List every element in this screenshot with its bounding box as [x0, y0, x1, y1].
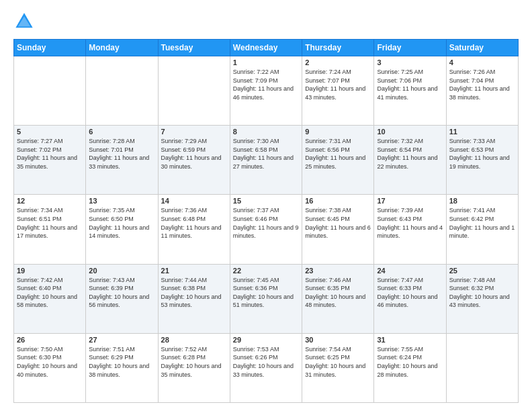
- day-number: 1: [233, 58, 299, 66]
- cell-content: Sunrise: 7:54 AM Sunset: 6:25 PM Dayligh…: [305, 345, 371, 379]
- cell-content: Sunrise: 7:39 AM Sunset: 6:43 PM Dayligh…: [377, 206, 443, 240]
- calendar-cell: 30Sunrise: 7:54 AM Sunset: 6:25 PM Dayli…: [302, 333, 374, 402]
- calendar-cell: 27Sunrise: 7:51 AM Sunset: 6:29 PM Dayli…: [86, 333, 158, 402]
- calendar-cell: 15Sunrise: 7:37 AM Sunset: 6:46 PM Dayli…: [230, 195, 302, 264]
- day-number: 27: [89, 336, 154, 344]
- cell-content: Sunrise: 7:50 AM Sunset: 6:30 PM Dayligh…: [17, 345, 83, 379]
- day-number: 30: [305, 336, 371, 344]
- day-number: 23: [305, 267, 371, 275]
- day-number: 21: [161, 267, 227, 275]
- weekday-header-friday: Friday: [374, 40, 446, 56]
- cell-content: Sunrise: 7:43 AM Sunset: 6:39 PM Dayligh…: [89, 276, 154, 310]
- day-number: 26: [17, 336, 83, 344]
- calendar-cell: 28Sunrise: 7:52 AM Sunset: 6:28 PM Dayli…: [158, 333, 230, 402]
- calendar-cell: 21Sunrise: 7:44 AM Sunset: 6:38 PM Dayli…: [158, 264, 230, 333]
- calendar-cell: 29Sunrise: 7:53 AM Sunset: 6:26 PM Dayli…: [230, 333, 302, 402]
- calendar-cell: 3Sunrise: 7:25 AM Sunset: 7:06 PM Daylig…: [374, 56, 446, 126]
- calendar-cell: 20Sunrise: 7:43 AM Sunset: 6:39 PM Dayli…: [86, 264, 158, 333]
- day-number: 2: [305, 58, 371, 66]
- day-number: 25: [449, 267, 515, 275]
- day-number: 22: [233, 267, 299, 275]
- cell-content: Sunrise: 7:45 AM Sunset: 6:36 PM Dayligh…: [233, 276, 299, 310]
- weekday-header-wednesday: Wednesday: [230, 40, 302, 56]
- week-row-2: 5Sunrise: 7:27 AM Sunset: 7:02 PM Daylig…: [14, 126, 519, 195]
- calendar-cell: 11Sunrise: 7:33 AM Sunset: 6:53 PM Dayli…: [446, 126, 518, 195]
- day-number: 6: [89, 128, 154, 136]
- weekday-header-saturday: Saturday: [446, 40, 518, 56]
- calendar-cell: 31Sunrise: 7:55 AM Sunset: 6:24 PM Dayli…: [374, 333, 446, 402]
- calendar-cell: 13Sunrise: 7:35 AM Sunset: 6:50 PM Dayli…: [86, 195, 158, 264]
- cell-content: Sunrise: 7:30 AM Sunset: 6:58 PM Dayligh…: [233, 137, 299, 171]
- cell-content: Sunrise: 7:29 AM Sunset: 6:59 PM Dayligh…: [161, 137, 227, 171]
- day-number: 15: [233, 197, 299, 205]
- week-row-4: 19Sunrise: 7:42 AM Sunset: 6:40 PM Dayli…: [14, 264, 519, 333]
- weekday-header-row: SundayMondayTuesdayWednesdayThursdayFrid…: [14, 40, 519, 56]
- day-number: 14: [161, 197, 227, 205]
- cell-content: Sunrise: 7:44 AM Sunset: 6:38 PM Dayligh…: [161, 276, 227, 310]
- cell-content: Sunrise: 7:27 AM Sunset: 7:02 PM Dayligh…: [17, 137, 83, 171]
- day-number: 7: [161, 128, 227, 136]
- cell-content: Sunrise: 7:52 AM Sunset: 6:28 PM Dayligh…: [161, 345, 227, 379]
- week-row-1: 1Sunrise: 7:22 AM Sunset: 7:09 PM Daylig…: [14, 56, 519, 126]
- cell-content: Sunrise: 7:33 AM Sunset: 6:53 PM Dayligh…: [449, 137, 515, 171]
- calendar-cell: 8Sunrise: 7:30 AM Sunset: 6:58 PM Daylig…: [230, 126, 302, 195]
- cell-content: Sunrise: 7:36 AM Sunset: 6:48 PM Dayligh…: [161, 206, 227, 240]
- cell-content: Sunrise: 7:25 AM Sunset: 7:06 PM Dayligh…: [377, 68, 443, 101]
- header: [13, 11, 519, 32]
- weekday-header-tuesday: Tuesday: [158, 40, 230, 56]
- calendar-cell: 26Sunrise: 7:50 AM Sunset: 6:30 PM Dayli…: [14, 333, 86, 402]
- calendar-cell: 1Sunrise: 7:22 AM Sunset: 7:09 PM Daylig…: [230, 56, 302, 126]
- weekday-header-monday: Monday: [86, 40, 158, 56]
- day-number: 10: [377, 128, 443, 136]
- day-number: 28: [161, 336, 227, 344]
- weekday-header-thursday: Thursday: [302, 40, 374, 56]
- cell-content: Sunrise: 7:47 AM Sunset: 6:33 PM Dayligh…: [377, 276, 443, 310]
- day-number: 31: [377, 336, 443, 344]
- cell-content: Sunrise: 7:38 AM Sunset: 6:45 PM Dayligh…: [305, 206, 371, 240]
- day-number: 29: [233, 336, 299, 344]
- day-number: 11: [449, 128, 515, 136]
- page: SundayMondayTuesdayWednesdayThursdayFrid…: [0, 0, 532, 411]
- cell-content: Sunrise: 7:28 AM Sunset: 7:01 PM Dayligh…: [89, 137, 154, 171]
- calendar-cell: 24Sunrise: 7:47 AM Sunset: 6:33 PM Dayli…: [374, 264, 446, 333]
- cell-content: Sunrise: 7:51 AM Sunset: 6:29 PM Dayligh…: [89, 345, 154, 379]
- calendar: SundayMondayTuesdayWednesdayThursdayFrid…: [13, 39, 519, 403]
- day-number: 20: [89, 267, 154, 275]
- week-row-3: 12Sunrise: 7:34 AM Sunset: 6:51 PM Dayli…: [14, 195, 519, 264]
- calendar-cell: 22Sunrise: 7:45 AM Sunset: 6:36 PM Dayli…: [230, 264, 302, 333]
- cell-content: Sunrise: 7:46 AM Sunset: 6:35 PM Dayligh…: [305, 276, 371, 310]
- day-number: 17: [377, 197, 443, 205]
- calendar-cell: 2Sunrise: 7:24 AM Sunset: 7:07 PM Daylig…: [302, 56, 374, 126]
- logo: [13, 11, 38, 32]
- day-number: 8: [233, 128, 299, 136]
- calendar-cell: 17Sunrise: 7:39 AM Sunset: 6:43 PM Dayli…: [374, 195, 446, 264]
- day-number: 19: [17, 267, 83, 275]
- week-row-5: 26Sunrise: 7:50 AM Sunset: 6:30 PM Dayli…: [14, 333, 519, 402]
- cell-content: Sunrise: 7:22 AM Sunset: 7:09 PM Dayligh…: [233, 68, 299, 101]
- cell-content: Sunrise: 7:26 AM Sunset: 7:04 PM Dayligh…: [449, 68, 515, 101]
- day-number: 3: [377, 58, 443, 66]
- calendar-cell: 14Sunrise: 7:36 AM Sunset: 6:48 PM Dayli…: [158, 195, 230, 264]
- cell-content: Sunrise: 7:48 AM Sunset: 6:32 PM Dayligh…: [449, 276, 515, 310]
- cell-content: Sunrise: 7:34 AM Sunset: 6:51 PM Dayligh…: [17, 206, 83, 240]
- calendar-cell: 25Sunrise: 7:48 AM Sunset: 6:32 PM Dayli…: [446, 264, 518, 333]
- calendar-cell: 10Sunrise: 7:32 AM Sunset: 6:54 PM Dayli…: [374, 126, 446, 195]
- day-number: 18: [449, 197, 515, 205]
- day-number: 4: [449, 58, 515, 66]
- cell-content: Sunrise: 7:24 AM Sunset: 7:07 PM Dayligh…: [305, 68, 371, 101]
- cell-content: Sunrise: 7:35 AM Sunset: 6:50 PM Dayligh…: [89, 206, 154, 240]
- day-number: 9: [305, 128, 371, 136]
- calendar-cell: 16Sunrise: 7:38 AM Sunset: 6:45 PM Dayli…: [302, 195, 374, 264]
- logo-icon: [13, 11, 35, 32]
- calendar-cell: [446, 333, 518, 402]
- calendar-cell: [14, 56, 86, 126]
- calendar-cell: 19Sunrise: 7:42 AM Sunset: 6:40 PM Dayli…: [14, 264, 86, 333]
- calendar-cell: [158, 56, 230, 126]
- day-number: 13: [89, 197, 154, 205]
- calendar-cell: 23Sunrise: 7:46 AM Sunset: 6:35 PM Dayli…: [302, 264, 374, 333]
- cell-content: Sunrise: 7:37 AM Sunset: 6:46 PM Dayligh…: [233, 206, 299, 240]
- calendar-cell: 18Sunrise: 7:41 AM Sunset: 6:42 PM Dayli…: [446, 195, 518, 264]
- calendar-cell: 7Sunrise: 7:29 AM Sunset: 6:59 PM Daylig…: [158, 126, 230, 195]
- cell-content: Sunrise: 7:42 AM Sunset: 6:40 PM Dayligh…: [17, 276, 83, 310]
- cell-content: Sunrise: 7:53 AM Sunset: 6:26 PM Dayligh…: [233, 345, 299, 379]
